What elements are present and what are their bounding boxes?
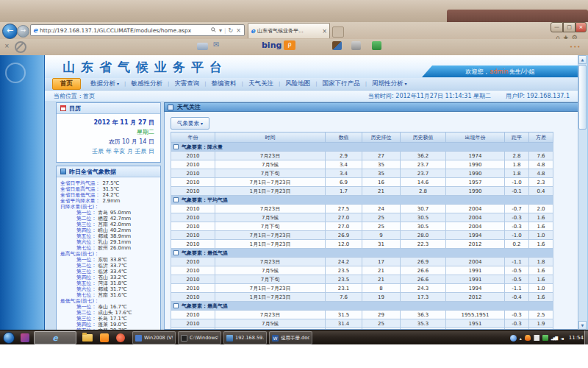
table-row[interactable]: 20107月下旬23.521 26.61991-0.51.6 — [171, 275, 553, 284]
start-button[interactable] — [3, 332, 15, 344]
nav-item-data-analysis[interactable]: 数据分析▾ — [85, 79, 124, 88]
tab-close-icon[interactable]: × — [322, 28, 327, 35]
calendar-ganzhi: 壬辰 年 辛亥 月 壬辰 日 — [57, 146, 154, 156]
person-icon[interactable] — [351, 41, 361, 50]
tab-title[interactable]: 山东省气候业务平... — [257, 27, 320, 35]
volume-icon[interactable]: ◄ — [560, 336, 564, 341]
rank-label: 第三位： — [76, 222, 96, 227]
column-header[interactable]: 数值 — [326, 132, 362, 143]
update-icon[interactable] — [542, 335, 548, 341]
network-icon[interactable]: ▂▅▇ — [551, 336, 558, 340]
table-group-row[interactable]: 气象要素：最低气温 — [171, 249, 553, 258]
pinned-app-icon[interactable] — [21, 333, 29, 342]
card-icon[interactable] — [197, 43, 208, 50]
taskbar-clock[interactable]: 11:54 — [569, 335, 584, 341]
collapse-checkbox[interactable] — [173, 250, 179, 255]
address-bar[interactable]: e http://192.168.137.1/GLCCLIMATE/module… — [30, 24, 245, 36]
search-dropdown-icon[interactable]: ▾ — [219, 27, 222, 34]
folder-icon[interactable] — [82, 334, 93, 342]
scroll-up-arrow[interactable]: ▲ — [578, 55, 587, 64]
globe-icon[interactable] — [510, 335, 517, 342]
nav-item-national-products[interactable]: 国家下行产品 — [318, 79, 365, 88]
new-tab-button[interactable] — [332, 26, 344, 38]
bing-search-button[interactable]: ρ — [284, 40, 295, 50]
table-row[interactable]: 20107月23日24.217 26.92004-1.11.8 — [171, 258, 553, 266]
nav-item-risk-map[interactable]: 风险地图 — [280, 79, 315, 88]
action-center-icon[interactable] — [534, 335, 539, 341]
table-row[interactable]: 20107月5候31.425 35.31951-0.31.9 — [171, 319, 553, 328]
vertical-scrollbar[interactable]: ▲ ▼ — [578, 55, 587, 330]
more-options-icon[interactable]: ••• — [570, 44, 581, 50]
collapse-checkbox[interactable] — [173, 303, 179, 308]
collapse-checkbox[interactable] — [173, 144, 179, 149]
table-row[interactable]: 20107月1日~7月23日6.916 14.61957-1.02.3 — [171, 178, 553, 187]
window-maximize-button[interactable]: □ — [563, 22, 576, 32]
bing-logo[interactable]: bing — [262, 40, 282, 50]
flame-icon[interactable] — [525, 335, 531, 341]
mail-icon[interactable]: ✉ — [213, 40, 219, 49]
browser-tab[interactable]: e 山东省气候业务平... × — [248, 23, 330, 38]
table-row[interactable]: 20107月1日~7月23日23.18 24.31994-1.11.0 — [171, 284, 553, 293]
nav-item-home[interactable]: 首页 — [52, 78, 81, 90]
task-button-remote[interactable]: 192.168.59.99... — [223, 331, 267, 344]
app-icon-red[interactable] — [116, 333, 125, 342]
table-row[interactable]: 20101月1日~7月23日1.721 2.81990-0.10.4 — [171, 187, 553, 196]
stat-label: 全省日最低气温： — [60, 192, 100, 198]
element-filter-button[interactable]: 气象要素▾ — [171, 117, 209, 130]
table-row[interactable]: 20107月下旬27.025 30.52004-0.31.6 — [171, 222, 553, 231]
search-icon[interactable] — [211, 27, 216, 34]
nav-item-periodic-analysis[interactable]: 周期性分析▾ — [367, 79, 412, 88]
tray-expand-icon[interactable]: ▴ — [520, 336, 522, 341]
table-group-row[interactable]: 气象要素：平均气温 — [171, 196, 553, 205]
taskbar: e Win2008 (VS2... C:\Windows\s... 192.16… — [0, 330, 588, 345]
show-desktop-button[interactable] — [584, 330, 588, 345]
forward-button[interactable]: → — [17, 25, 29, 38]
table-group-row[interactable]: 气象要素：降水量 — [171, 143, 553, 152]
table-row[interactable]: 20107月23日31.529 36.31955,1951-0.32.5 — [171, 311, 553, 319]
collapse-checkbox[interactable] — [173, 197, 179, 202]
column-header[interactable]: 方差 — [529, 132, 553, 143]
table-row[interactable]: 20101月1日~7月23日7.619 17.32012-0.41.6 — [171, 293, 553, 302]
table-row[interactable]: 20107月下旬3.435 23.719901.84.8 — [171, 169, 553, 178]
table-row[interactable]: 20107月5候23.521 26.61991-0.51.6 — [171, 266, 553, 275]
wallet-icon[interactable] — [332, 41, 342, 50]
active-ie-task-button[interactable]: e — [34, 331, 76, 344]
blocked-icon[interactable] — [15, 41, 26, 53]
user-ip: 用户IP: 192.168.137.1 — [506, 92, 570, 100]
nav-item-weather-focus[interactable]: 天气关注 — [243, 79, 279, 88]
screenshot-bottom-margin — [0, 344, 588, 368]
column-header[interactable]: 距平 — [505, 132, 529, 143]
column-header[interactable]: 历史排位 — [362, 132, 401, 143]
column-header[interactable]: 出现年份 — [446, 132, 505, 143]
window-minimize-button[interactable]: — — [551, 22, 563, 32]
column-header[interactable]: 年份 — [171, 132, 215, 143]
scroll-down-arrow[interactable]: ▼ — [578, 321, 587, 330]
table-row[interactable]: 20107月23日2.927 36.219742.87.6 — [171, 152, 553, 160]
refresh-icon[interactable]: ↻ — [229, 27, 234, 34]
table-row[interactable]: 20101月1日~7月23日12.031 22.320120.21.6 — [171, 240, 553, 249]
window-close-button[interactable]: × — [576, 22, 587, 32]
scrollbar-thumb[interactable] — [578, 65, 587, 130]
nav-item-sensitivity[interactable]: 敏感性分析 — [126, 79, 168, 88]
url-text[interactable]: http://192.168.137.1/GLCCLIMATE/modules/… — [40, 27, 209, 34]
stop-icon[interactable]: × — [236, 27, 241, 34]
nav-item-disaster-query[interactable]: 灾害查询 — [169, 79, 204, 88]
table-group-row[interactable]: 气象要素：最高气温 — [171, 302, 553, 311]
app-icon-orange[interactable] — [100, 333, 109, 342]
table-row[interactable]: 20107月1日~7月23日26.99 28.01994-1.01.0 — [171, 231, 553, 240]
community-icon[interactable] — [372, 41, 381, 50]
toolbar-close-icon[interactable]: × — [4, 43, 10, 49]
task-button-cmd[interactable]: C:\Windows\s... — [178, 331, 221, 344]
task-button-word-doc[interactable]: W 使用手册.docx ... — [269, 331, 312, 344]
stat-line: 全省日平均气温：27.5℃ — [60, 180, 158, 186]
task-button-win2008[interactable]: Win2008 (VS2... — [132, 331, 176, 344]
station-name: 乳山 — [98, 239, 108, 245]
station-name: 崂山 — [98, 227, 108, 233]
table-row[interactable]: 20107月23日27.524 30.72004-0.72.0 — [171, 205, 553, 213]
table-row[interactable]: 20107月5候3.435 23.719901.84.8 — [171, 160, 553, 169]
column-header[interactable]: 时间 — [215, 132, 326, 143]
column-header[interactable]: 历史极值 — [401, 132, 446, 143]
table-row[interactable]: 20107月5候27.025 30.52004-0.31.6 — [171, 213, 553, 222]
nav-item-compiled-data[interactable]: 整编资料 — [207, 79, 242, 88]
back-button[interactable]: ← — [2, 24, 18, 39]
